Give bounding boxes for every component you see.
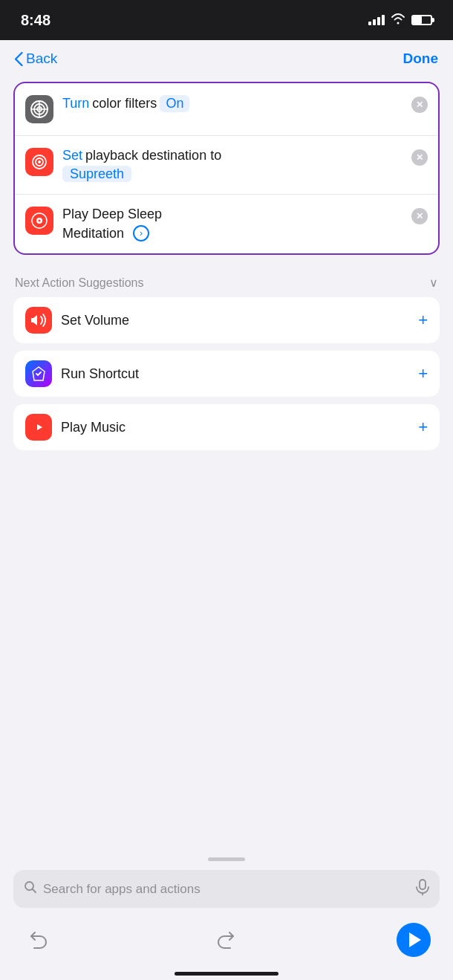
suggestion-music-add-button[interactable]: +	[418, 418, 428, 437]
bottom-area: Search for apps and actions	[0, 857, 453, 980]
redo-button[interactable]	[209, 924, 242, 956]
play-music-icon	[25, 414, 52, 441]
action-1-turn: Turn	[62, 96, 89, 111]
suggestion-item-music[interactable]: Play Music +	[13, 404, 440, 450]
action-item-2: Set playback destination to Supreeth ✕	[15, 136, 438, 195]
action-1-content: Turn color filters On	[62, 95, 405, 112]
action-1-colorfilters: color filters	[92, 96, 157, 111]
suggestions-chevron-icon[interactable]: ∨	[429, 276, 438, 290]
action-2-supreeth[interactable]: Supreeth	[62, 166, 131, 182]
airplay-icon	[25, 148, 53, 176]
back-label: Back	[26, 51, 57, 67]
status-bar: 8:48	[0, 0, 453, 40]
suggestion-volume-label: Set Volume	[61, 313, 418, 328]
home-indicator	[175, 972, 278, 976]
drag-handle	[208, 857, 245, 861]
bottom-toolbar	[0, 918, 453, 966]
action-3-content: Play Deep Sleep Meditation ›	[62, 207, 405, 241]
action-1-on[interactable]: On	[160, 95, 189, 112]
svg-rect-14	[420, 880, 426, 889]
action-3-close-button[interactable]: ✕	[411, 208, 428, 224]
suggestion-item-volume[interactable]: Set Volume +	[13, 297, 440, 343]
signal-icon	[368, 15, 385, 25]
actions-container: Turn color filters On ✕ Set playback d	[13, 82, 440, 255]
play-icon	[409, 932, 421, 947]
suggestion-item-shortcut[interactable]: Run Shortcut +	[13, 351, 440, 397]
wifi-icon	[391, 13, 405, 28]
suggestion-shortcut-label: Run Shortcut	[61, 366, 418, 382]
status-time: 8:48	[21, 12, 50, 29]
action-2-set: Set	[62, 148, 82, 163]
suggestions-title: Next Action Suggestions	[15, 276, 143, 290]
back-button[interactable]: Back	[15, 51, 57, 67]
nav-bar: Back Done	[0, 40, 453, 77]
music-play-icon	[25, 207, 53, 235]
suggestion-volume-add-button[interactable]: +	[418, 311, 428, 330]
action-2-close-button[interactable]: ✕	[411, 149, 428, 166]
search-input[interactable]: Search for apps and actions	[43, 882, 410, 897]
action-1-close-button[interactable]: ✕	[411, 97, 428, 113]
chevron-circle-icon[interactable]: ›	[133, 225, 149, 241]
run-button[interactable]	[397, 923, 431, 957]
volume-icon	[25, 307, 52, 334]
suggestion-shortcut-add-button[interactable]: +	[418, 364, 428, 383]
action-3-play: Play Deep Sleep	[62, 207, 162, 222]
svg-point-7	[38, 160, 41, 163]
accessibility-icon	[25, 95, 53, 123]
battery-icon	[411, 15, 432, 25]
mic-icon[interactable]	[416, 879, 429, 899]
svg-point-10	[39, 220, 41, 222]
status-icons	[368, 13, 432, 28]
suggestions-header: Next Action Suggestions ∨	[0, 268, 453, 297]
suggestion-music-label: Play Music	[61, 420, 418, 435]
undo-button[interactable]	[22, 924, 55, 956]
action-item-3: Play Deep Sleep Meditation › ✕	[15, 195, 438, 253]
svg-point-13	[25, 882, 33, 890]
action-2-playback: playback destination to	[85, 148, 221, 163]
shortcuts-icon	[25, 360, 52, 387]
search-icon	[24, 880, 37, 898]
main-content: Back Done Turn color filters On	[0, 40, 453, 980]
done-button[interactable]: Done	[403, 51, 439, 67]
action-item-1: Turn color filters On ✕	[15, 83, 438, 136]
action-2-content: Set playback destination to Supreeth	[62, 148, 405, 182]
action-3-meditation: Meditation	[62, 226, 124, 241]
search-bar[interactable]: Search for apps and actions	[13, 870, 440, 908]
